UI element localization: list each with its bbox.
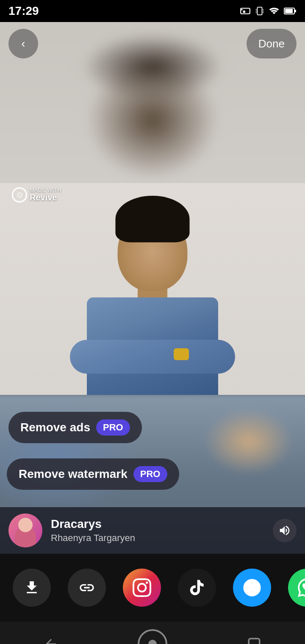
wifi-icon [269, 6, 280, 17]
remove-ads-button[interactable]: Remove ads PRO [8, 412, 142, 443]
nav-back-button[interactable] [36, 629, 66, 644]
svg-rect-2 [258, 7, 262, 15]
music-info: Dracarys Rhaenyra Targaryen [51, 517, 264, 544]
nav-home-button[interactable] [138, 629, 167, 644]
main-content: ‹ Done ⊙ MADE WITH Revive Remove ads [0, 22, 305, 644]
svg-rect-1 [243, 11, 245, 13]
remove-ads-pro-badge: PRO [96, 419, 130, 436]
watermark: ⊙ MADE WITH Revive [12, 187, 61, 203]
svg-rect-11 [285, 9, 293, 13]
share-instagram-button[interactable] [123, 569, 161, 607]
vibrate-icon [255, 6, 264, 17]
remove-watermark-label: Remove watermark [19, 467, 128, 481]
share-link-button[interactable] [68, 569, 106, 607]
remove-watermark-pro-badge: PRO [133, 466, 167, 482]
share-whatsapp-button[interactable] [288, 569, 305, 607]
svg-rect-15 [249, 638, 260, 644]
link-icon [78, 579, 95, 596]
watermark-icon: ⊙ [12, 187, 27, 203]
volume-button[interactable] [273, 519, 297, 542]
share-tiktok-button[interactable] [178, 569, 216, 607]
middle-image [0, 183, 305, 395]
share-bar [0, 554, 305, 622]
music-avatar [8, 514, 42, 547]
battery-icon [284, 6, 297, 16]
cast-icon [240, 6, 251, 17]
done-button[interactable]: Done [247, 29, 297, 58]
share-add-button[interactable] [233, 569, 271, 607]
volume-icon [278, 524, 291, 537]
music-artist: Rhaenyra Targaryen [51, 533, 264, 544]
nav-square-icon [247, 637, 261, 644]
watermark-app-name: MADE WITH Revive [30, 187, 61, 203]
remove-watermark-button[interactable]: Remove watermark PRO [7, 458, 179, 490]
music-player: Dracarys Rhaenyra Targaryen [0, 507, 305, 554]
svg-rect-10 [294, 10, 296, 12]
whatsapp-icon [298, 578, 305, 597]
share-download-button[interactable] [13, 569, 51, 607]
back-button[interactable]: ‹ [8, 29, 38, 58]
music-title: Dracarys [51, 517, 264, 531]
tiktok-icon [188, 578, 206, 597]
status-time: 17:29 [8, 4, 39, 18]
status-bar: 17:29 [0, 0, 305, 22]
nav-home-circle [138, 629, 167, 644]
status-icons [240, 6, 297, 17]
remove-ads-label: Remove ads [20, 421, 90, 434]
instagram-icon [133, 578, 151, 597]
nav-bar [0, 622, 305, 644]
done-label: Done [258, 37, 285, 50]
add-circle-icon [243, 578, 261, 597]
nav-back-icon [43, 636, 58, 644]
nav-home-dot [148, 640, 157, 644]
download-icon [23, 579, 40, 596]
back-icon: ‹ [21, 37, 25, 50]
nav-square-button[interactable] [239, 629, 269, 644]
